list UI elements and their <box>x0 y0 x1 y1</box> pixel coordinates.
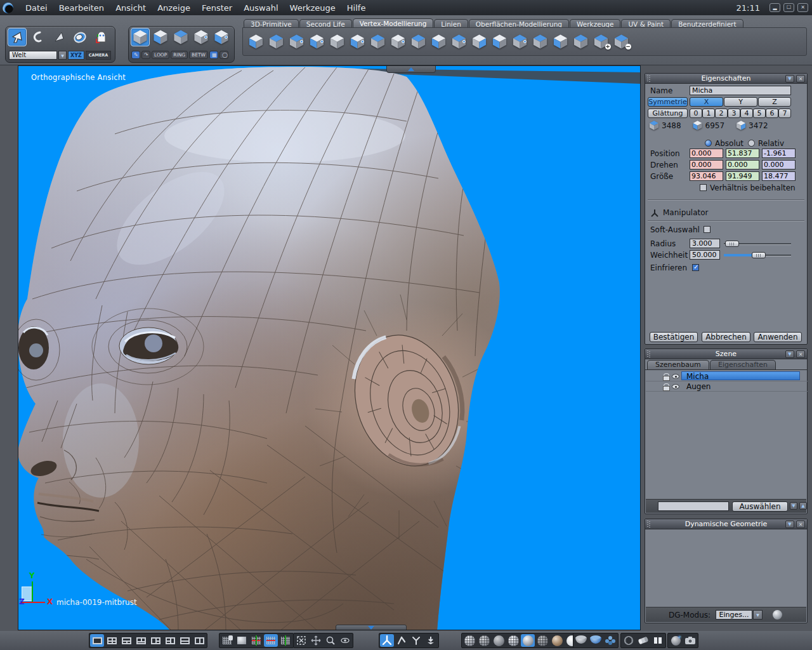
layout-single-button[interactable] <box>90 634 104 647</box>
vertex-tool-minus-icon[interactable]: − <box>612 30 631 53</box>
scene-panel-title[interactable]: Szene ▼ ✕ <box>645 349 807 359</box>
app-logo-icon[interactable] <box>3 3 13 13</box>
tab-uv-paint[interactable]: UV & Paint <box>621 19 671 28</box>
tab-second-life[interactable]: Second Life <box>299 19 352 28</box>
pen-select-icon[interactable]: ✎ <box>131 51 140 59</box>
position-z-field[interactable]: -1.961 <box>762 149 796 158</box>
dg-panel-title[interactable]: Dynamische Geometrie ▼ ✕ <box>645 519 807 529</box>
select-button[interactable]: Auswählen <box>732 501 788 512</box>
pages-button[interactable] <box>651 634 665 647</box>
scroll-up-icon[interactable]: ▲ <box>799 502 807 510</box>
cylinder-button[interactable] <box>636 634 650 647</box>
menu-auswahl[interactable]: Auswahl <box>238 3 284 13</box>
world-dropdown-arrow[interactable]: ▼ <box>58 51 67 60</box>
lasso-tool[interactable] <box>29 28 48 46</box>
smoothing-0[interactable]: 0 <box>690 109 702 118</box>
menu-fenster[interactable]: Fenster <box>196 3 238 13</box>
menu-anzeige[interactable]: Anzeige <box>152 3 196 13</box>
dg-mode-arrow[interactable]: ▼ <box>753 610 763 620</box>
scene-props-tab[interactable]: Eigenschaften <box>710 360 776 369</box>
grid-axes-button[interactable] <box>249 634 263 647</box>
tab-3d-primitive[interactable]: 3D-Primitive <box>244 19 299 28</box>
edge-mode-button[interactable] <box>171 28 190 46</box>
rotate-y-field[interactable]: 0.000 <box>726 160 759 169</box>
camera-button[interactable]: CAMERA <box>86 51 111 60</box>
panel-close-icon[interactable]: ✕ <box>796 350 805 358</box>
grid-lock-button[interactable] <box>220 634 234 647</box>
absolute-label[interactable]: Absolut <box>715 139 743 148</box>
position-y-field[interactable]: 51.837 <box>726 149 759 158</box>
shade-wire-dense-button[interactable] <box>477 634 491 647</box>
scene-tree-tab[interactable]: Szenenbaum <box>647 360 709 369</box>
world-dropdown[interactable]: Welt <box>9 51 57 60</box>
vertex-tool-icon[interactable] <box>328 30 346 53</box>
vertex-tool-icon[interactable] <box>490 30 509 53</box>
hemisphere-button[interactable] <box>574 634 588 647</box>
lock-icon[interactable] <box>663 373 669 380</box>
vertex-tool-icon[interactable] <box>450 30 468 53</box>
scroll-down-icon[interactable]: ▼ <box>790 502 797 510</box>
multi-sphere-button[interactable] <box>603 634 617 647</box>
panel-menu-icon[interactable]: ▼ <box>785 521 794 528</box>
grid-blue-button[interactable] <box>264 634 278 647</box>
properties-panel-title[interactable]: Eigenschaften ▼ ✕ <box>645 74 807 84</box>
panel-menu-icon[interactable]: ▼ <box>785 75 794 83</box>
facet-sphere-button[interactable] <box>622 634 636 647</box>
lock-icon[interactable] <box>663 383 669 390</box>
tab-vertex-modellierung[interactable]: Vertex-Modellierung <box>353 18 434 28</box>
smoothing-4[interactable]: 4 <box>740 109 753 118</box>
menu-werkzeuge[interactable]: Werkzeuge <box>284 3 341 13</box>
viewport-top-handle[interactable] <box>386 65 436 73</box>
vertex-tool-icon[interactable] <box>572 30 590 53</box>
shade-textured-button[interactable] <box>550 634 564 647</box>
orbit-view-button[interactable] <box>338 634 352 647</box>
symmetry-y-button[interactable]: Y <box>724 97 757 107</box>
smoothing-6[interactable]: 6 <box>766 109 778 118</box>
viewport-bottom-handle[interactable] <box>336 625 407 630</box>
between-button[interactable]: BETW <box>189 51 208 59</box>
ring-tool[interactable] <box>70 28 89 46</box>
smoothing-1[interactable]: 1 <box>702 109 715 118</box>
pan-view-button[interactable] <box>309 634 323 647</box>
relative-radio[interactable] <box>748 140 755 147</box>
vertex-tool-icon[interactable] <box>287 30 306 53</box>
smoothing-button[interactable]: Glättung <box>648 109 688 118</box>
tab-linien[interactable]: Linien <box>434 19 468 28</box>
tab-werkzeuge[interactable]: Werkzeuge <box>570 19 620 28</box>
grid-solid-button[interactable] <box>235 634 249 647</box>
smoothing-5[interactable]: 5 <box>753 109 766 118</box>
vertex-tool-icon[interactable] <box>551 30 570 53</box>
tab-oberflaechen[interactable]: Oberflächen-Modellierung <box>469 19 569 28</box>
drop-button[interactable] <box>424 634 438 647</box>
layout-bottom-split-button[interactable] <box>134 634 148 647</box>
shade-faceted-button[interactable] <box>535 634 549 647</box>
curve-select-icon[interactable]: ↷ <box>141 51 150 59</box>
softness-field[interactable]: 50.000 <box>690 250 720 260</box>
symmetry-button[interactable]: Symmetrie <box>648 97 688 107</box>
scene-filter-field[interactable] <box>658 501 729 511</box>
dg-sphere-button[interactable] <box>773 610 782 620</box>
symmetry-z-button[interactable]: Z <box>758 97 791 107</box>
vertex-tool-icon[interactable] <box>531 30 549 53</box>
grid-vline-button[interactable] <box>278 634 292 647</box>
menu-hilfe[interactable]: Hilfe <box>341 3 372 13</box>
vertex-mode-button[interactable] <box>192 28 211 46</box>
softness-slider[interactable] <box>724 252 791 258</box>
dg-mode-dropdown[interactable]: Einges... <box>716 610 752 620</box>
xyz-button[interactable]: XYZ <box>68 51 84 60</box>
panel-close-icon[interactable]: ✕ <box>796 75 805 83</box>
ghost-tool[interactable] <box>91 28 110 46</box>
size-z-field[interactable]: 18.477 <box>762 171 796 181</box>
layout-left-split-button[interactable] <box>148 634 162 647</box>
smoothing-3[interactable]: 3 <box>728 109 740 118</box>
shade-flat-button[interactable] <box>492 634 506 647</box>
sparkle-sphere-button[interactable]: ✳ <box>669 634 683 647</box>
relative-label[interactable]: Relativ <box>758 139 784 148</box>
shade-smooth-button[interactable] <box>521 634 535 647</box>
tab-benutzerdefiniert[interactable]: Benutzerdefiniert <box>671 19 743 28</box>
smoothing-7[interactable]: 7 <box>778 109 791 118</box>
point-mode-button[interactable] <box>212 28 231 46</box>
circle-select-icon[interactable]: ◯ <box>219 51 228 59</box>
scene-item-augen[interactable]: Augen <box>646 381 808 392</box>
symmetry-x-button[interactable]: X <box>690 97 723 107</box>
